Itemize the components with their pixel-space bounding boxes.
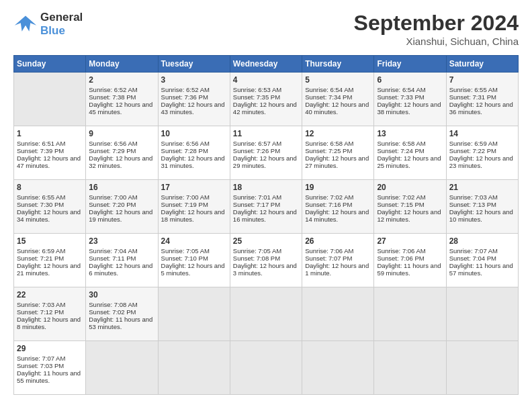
day-number: 16 xyxy=(89,183,154,192)
daylight-text: Daylight: 11 hours and 55 minutes. xyxy=(17,369,81,384)
sunset-text: Sunset: 7:38 PM xyxy=(89,93,136,101)
sunrise-text: Sunrise: 6:59 AM xyxy=(449,140,498,147)
day-number: 8 xyxy=(17,183,83,192)
daylight-text: Daylight: 12 hours and 21 minutes. xyxy=(17,262,81,277)
sunrise-text: Sunrise: 6:54 AM xyxy=(305,86,353,93)
daylight-text: Daylight: 12 hours and 23 minutes. xyxy=(449,154,513,169)
sunset-text: Sunset: 7:03 PM xyxy=(17,362,64,369)
logo-text: General Blue xyxy=(40,11,83,38)
sunset-text: Sunset: 7:06 PM xyxy=(377,255,424,262)
calendar-cell: 19Sunrise: 7:02 AMSunset: 7:16 PMDayligh… xyxy=(302,180,374,234)
day-number: 4 xyxy=(233,75,299,85)
sunrise-text: Sunrise: 7:03 AM xyxy=(17,301,65,308)
sunrise-text: Sunrise: 7:05 AM xyxy=(161,247,210,255)
sunset-text: Sunset: 7:04 PM xyxy=(449,255,496,262)
col-wednesday: Wednesday xyxy=(230,56,302,73)
day-number: 26 xyxy=(305,236,371,246)
daylight-text: Daylight: 11 hours and 53 minutes. xyxy=(89,316,152,330)
calendar-cell: 6Sunrise: 6:54 AMSunset: 7:33 PMDaylight… xyxy=(374,73,446,126)
col-saturday: Saturday xyxy=(446,56,518,73)
calendar-cell: 1Sunrise: 6:51 AMSunset: 7:39 PMDaylight… xyxy=(14,126,86,180)
sunset-text: Sunset: 7:16 PM xyxy=(305,201,352,208)
day-number: 1 xyxy=(17,129,83,138)
sunrise-text: Sunrise: 6:54 AM xyxy=(377,86,425,93)
calendar-cell xyxy=(158,341,230,395)
day-number: 3 xyxy=(161,75,227,85)
sunrise-text: Sunrise: 7:07 AM xyxy=(449,247,498,255)
sunset-text: Sunset: 7:29 PM xyxy=(89,147,136,154)
col-monday: Monday xyxy=(86,56,158,73)
sunrise-text: Sunrise: 6:58 AM xyxy=(377,140,425,147)
daylight-text: Daylight: 12 hours and 10 minutes. xyxy=(449,208,513,223)
calendar-cell: 15Sunrise: 6:59 AMSunset: 7:21 PMDayligh… xyxy=(14,234,86,287)
day-number: 25 xyxy=(233,236,299,246)
day-number: 7 xyxy=(449,75,515,85)
calendar-cell xyxy=(158,287,230,341)
daylight-text: Daylight: 12 hours and 25 minutes. xyxy=(377,154,441,169)
calendar-cell xyxy=(86,341,158,395)
sunset-text: Sunset: 7:17 PM xyxy=(233,201,280,208)
sunrise-text: Sunrise: 7:05 AM xyxy=(233,247,281,255)
sunset-text: Sunset: 7:39 PM xyxy=(17,147,64,154)
sunset-text: Sunset: 7:33 PM xyxy=(377,93,424,101)
sunset-text: Sunset: 7:34 PM xyxy=(305,93,352,101)
logo: General Blue xyxy=(13,11,83,38)
title-block: September 2024 Xianshui, Sichuan, China xyxy=(354,11,519,47)
daylight-text: Daylight: 12 hours and 14 minutes. xyxy=(305,208,369,223)
calendar-cell xyxy=(302,287,374,341)
col-thursday: Thursday xyxy=(302,56,374,73)
col-sunday: Sunday xyxy=(14,56,86,73)
sunrise-text: Sunrise: 6:56 AM xyxy=(161,140,210,147)
day-number: 6 xyxy=(377,75,443,85)
calendar-cell: 9Sunrise: 6:56 AMSunset: 7:29 PMDaylight… xyxy=(86,126,158,180)
calendar-cell: 16Sunrise: 7:00 AMSunset: 7:20 PMDayligh… xyxy=(86,180,158,234)
sunset-text: Sunset: 7:15 PM xyxy=(377,201,424,208)
daylight-text: Daylight: 12 hours and 12 minutes. xyxy=(377,208,441,223)
daylight-text: Daylight: 11 hours and 57 minutes. xyxy=(449,262,513,277)
sunset-text: Sunset: 7:22 PM xyxy=(449,147,496,154)
sunrise-text: Sunrise: 7:00 AM xyxy=(161,193,210,201)
sunset-text: Sunset: 7:10 PM xyxy=(161,255,208,262)
calendar-row: 2Sunrise: 6:52 AMSunset: 7:38 PMDaylight… xyxy=(14,73,519,126)
day-number: 2 xyxy=(89,75,154,85)
sunrise-text: Sunrise: 6:56 AM xyxy=(89,140,137,147)
daylight-text: Daylight: 12 hours and 47 minutes. xyxy=(17,154,81,169)
daylight-text: Daylight: 12 hours and 6 minutes. xyxy=(89,262,152,277)
daylight-text: Daylight: 12 hours and 29 minutes. xyxy=(233,154,297,169)
day-number: 30 xyxy=(89,290,154,300)
day-number: 19 xyxy=(305,183,371,192)
calendar-cell xyxy=(374,287,446,341)
day-number: 24 xyxy=(161,236,227,246)
calendar-cell xyxy=(446,341,518,395)
calendar-cell: 21Sunrise: 7:03 AMSunset: 7:13 PMDayligh… xyxy=(446,180,518,234)
daylight-text: Daylight: 12 hours and 38 minutes. xyxy=(377,101,441,116)
calendar-cell: 7Sunrise: 6:55 AMSunset: 7:31 PMDaylight… xyxy=(446,73,518,126)
calendar-cell xyxy=(446,287,518,341)
daylight-text: Daylight: 11 hours and 59 minutes. xyxy=(377,262,441,277)
day-number: 9 xyxy=(89,129,154,138)
day-number: 5 xyxy=(305,75,371,85)
sunset-text: Sunset: 7:07 PM xyxy=(305,255,352,262)
daylight-text: Daylight: 12 hours and 42 minutes. xyxy=(233,101,297,116)
sunset-text: Sunset: 7:11 PM xyxy=(89,255,136,262)
calendar-row: 1Sunrise: 6:51 AMSunset: 7:39 PMDaylight… xyxy=(14,126,519,180)
day-number: 29 xyxy=(17,344,83,353)
calendar-cell: 12Sunrise: 6:58 AMSunset: 7:25 PMDayligh… xyxy=(302,126,374,180)
calendar-cell: 2Sunrise: 6:52 AMSunset: 7:38 PMDaylight… xyxy=(86,73,158,126)
day-number: 22 xyxy=(17,290,83,300)
daylight-text: Daylight: 12 hours and 16 minutes. xyxy=(233,208,297,223)
sunset-text: Sunset: 7:36 PM xyxy=(161,93,208,101)
sunrise-text: Sunrise: 7:06 AM xyxy=(377,247,425,255)
sunset-text: Sunset: 7:24 PM xyxy=(377,147,424,154)
calendar-cell: 22Sunrise: 7:03 AMSunset: 7:12 PMDayligh… xyxy=(14,287,86,341)
sunset-text: Sunset: 7:28 PM xyxy=(161,147,208,154)
calendar-cell: 25Sunrise: 7:05 AMSunset: 7:08 PMDayligh… xyxy=(230,234,302,287)
calendar-row: 8Sunrise: 6:55 AMSunset: 7:30 PMDaylight… xyxy=(14,180,519,234)
daylight-text: Daylight: 12 hours and 43 minutes. xyxy=(161,101,225,116)
sunrise-text: Sunrise: 7:08 AM xyxy=(89,301,137,308)
sunset-text: Sunset: 7:26 PM xyxy=(233,147,280,154)
calendar-cell: 20Sunrise: 7:02 AMSunset: 7:15 PMDayligh… xyxy=(374,180,446,234)
day-number: 14 xyxy=(449,129,515,138)
sunset-text: Sunset: 7:25 PM xyxy=(305,147,352,154)
daylight-text: Daylight: 12 hours and 1 minute. xyxy=(305,262,369,277)
